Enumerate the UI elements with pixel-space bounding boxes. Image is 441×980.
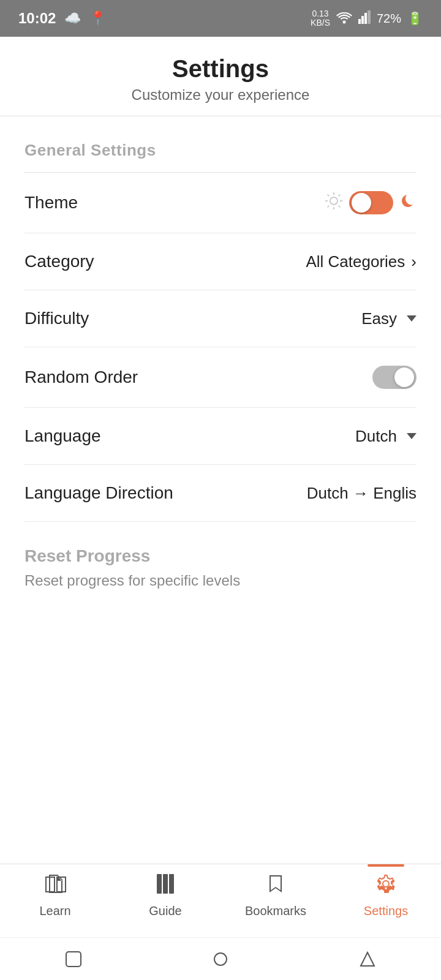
android-recents-button[interactable] bbox=[358, 950, 377, 968]
difficulty-dropdown-icon bbox=[407, 315, 417, 322]
general-settings-header: General Settings bbox=[24, 116, 417, 172]
category-label: Category bbox=[24, 252, 94, 271]
svg-rect-16 bbox=[169, 874, 174, 894]
battery-icon: 🔋 bbox=[407, 11, 423, 26]
random-order-toggle[interactable] bbox=[372, 366, 417, 389]
bottom-nav: Learn Guide Bookmarks Settings bbox=[0, 864, 441, 937]
status-time: 10:02 bbox=[18, 10, 56, 27]
svg-rect-15 bbox=[163, 874, 168, 894]
language-label: Language bbox=[24, 426, 101, 446]
language-value[interactable]: Dutch bbox=[355, 427, 417, 446]
settings-header: Settings Customize your experience bbox=[0, 37, 441, 116]
category-text: All Categories bbox=[306, 252, 405, 271]
language-direction-value: Dutch → Englis bbox=[307, 484, 417, 503]
svg-point-0 bbox=[342, 20, 345, 23]
status-left: 10:02 ☁️ 📍 bbox=[18, 10, 106, 27]
nav-item-bookmarks[interactable]: Bookmarks bbox=[233, 873, 318, 918]
svg-line-13 bbox=[339, 194, 341, 196]
guide-label: Guide bbox=[149, 904, 181, 918]
page-title: Settings bbox=[12, 55, 429, 83]
svg-marker-19 bbox=[361, 952, 374, 966]
settings-label: Settings bbox=[364, 904, 408, 918]
weather-icon: ☁️ bbox=[64, 10, 81, 26]
category-chevron-icon: › bbox=[411, 252, 417, 271]
guide-icon bbox=[154, 873, 176, 900]
svg-point-18 bbox=[214, 953, 227, 965]
location-icon: 📍 bbox=[89, 10, 106, 26]
bookmarks-label: Bookmarks bbox=[245, 904, 306, 918]
difficulty-label: Difficulty bbox=[24, 309, 89, 328]
language-direction-text: Dutch → Englis bbox=[307, 484, 417, 503]
reset-progress-section: Reset Progress Reset progress for specif… bbox=[24, 522, 417, 601]
svg-line-12 bbox=[328, 205, 330, 207]
svg-point-5 bbox=[330, 197, 337, 205]
settings-content: General Settings Theme bbox=[0, 116, 441, 864]
data-speed: 0.13KB/S bbox=[311, 9, 330, 28]
nav-item-learn[interactable]: Learn bbox=[12, 873, 98, 918]
page-subtitle: Customize your experience bbox=[12, 86, 429, 104]
status-bar: 10:02 ☁️ 📍 0.13KB/S 72% 🔋 bbox=[0, 0, 441, 37]
sun-icon bbox=[325, 192, 343, 214]
category-row[interactable]: Category All Categories › bbox=[24, 233, 417, 290]
status-right: 0.13KB/S 72% 🔋 bbox=[311, 9, 423, 28]
learn-label: Learn bbox=[39, 904, 70, 918]
random-order-toggle-knob bbox=[394, 368, 414, 387]
wifi-icon bbox=[336, 10, 352, 27]
nav-item-settings[interactable]: Settings bbox=[343, 873, 429, 918]
theme-controls[interactable] bbox=[325, 191, 417, 214]
theme-toggle-switch[interactable] bbox=[349, 191, 393, 214]
reset-progress-subtitle: Reset progress for specific levels bbox=[24, 572, 417, 589]
svg-rect-2 bbox=[361, 16, 364, 24]
random-order-label: Random Order bbox=[24, 368, 138, 387]
svg-rect-3 bbox=[364, 13, 367, 24]
language-direction-row[interactable]: Language Direction Dutch → Englis bbox=[24, 465, 417, 522]
category-value[interactable]: All Categories › bbox=[306, 252, 417, 271]
svg-rect-1 bbox=[358, 19, 361, 24]
bookmarks-icon bbox=[265, 873, 287, 900]
learn-icon bbox=[44, 873, 66, 900]
settings-gear-icon bbox=[375, 873, 397, 900]
theme-row: Theme bbox=[24, 173, 417, 233]
svg-line-11 bbox=[339, 205, 341, 207]
theme-label: Theme bbox=[24, 193, 78, 213]
theme-toggle-knob bbox=[352, 193, 371, 213]
svg-rect-4 bbox=[368, 10, 371, 24]
reset-progress-title: Reset Progress bbox=[24, 546, 417, 566]
difficulty-value[interactable]: Easy bbox=[361, 309, 417, 328]
language-row[interactable]: Language Dutch bbox=[24, 408, 417, 465]
random-order-row: Random Order bbox=[24, 347, 417, 408]
language-text: Dutch bbox=[355, 427, 397, 446]
android-home-button[interactable] bbox=[211, 950, 230, 968]
signal-icon bbox=[358, 10, 371, 27]
language-direction-label: Language Direction bbox=[24, 483, 173, 503]
android-nav-bar bbox=[0, 937, 441, 980]
svg-line-10 bbox=[328, 194, 330, 196]
android-back-button[interactable] bbox=[64, 950, 83, 968]
nav-item-guide[interactable]: Guide bbox=[123, 873, 208, 918]
battery-text: 72% bbox=[377, 12, 401, 26]
difficulty-row[interactable]: Difficulty Easy bbox=[24, 290, 417, 347]
svg-rect-14 bbox=[157, 874, 162, 894]
difficulty-text: Easy bbox=[361, 309, 397, 328]
language-dropdown-icon bbox=[407, 433, 417, 439]
svg-rect-17 bbox=[66, 952, 81, 967]
moon-icon bbox=[399, 192, 417, 214]
